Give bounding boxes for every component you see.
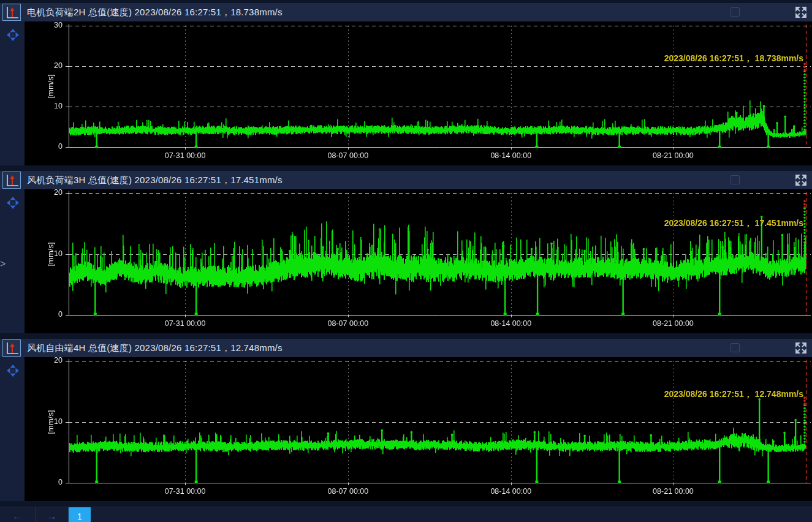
trend-axis-icon (4, 173, 19, 187)
y-axis-label: [mm/s] (46, 75, 55, 99)
y-tick-label: 30 (25, 21, 63, 29)
panel-titlebar: 风机自由端4H 总值(速度) 2023/08/26 16:27:51，12.74… (0, 339, 812, 357)
x-tick-label: 08-07 00:00 (314, 151, 382, 160)
pan-move-icon[interactable] (7, 197, 19, 209)
panel-title: 电机负荷端2H 总值(速度) 2023/08/26 16:27:51，18.73… (27, 7, 283, 18)
panel-checkbox[interactable] (730, 343, 740, 352)
panel-titlebar: 电机负荷端2H 总值(速度) 2023/08/26 16:27:51，18.73… (0, 3, 812, 21)
y-tick-label: 0 (25, 310, 63, 319)
y-tick-label: 20 (25, 357, 63, 365)
x-tick-label: 08-21 00:00 (639, 487, 707, 496)
panel-left-strip (0, 21, 25, 165)
trend-axis-icon-button[interactable] (2, 4, 21, 21)
expand-icon[interactable] (795, 6, 807, 18)
y-tick-label: 0 (25, 478, 63, 486)
x-tick-label: 08-21 00:00 (639, 319, 707, 328)
trend-axis-icon (4, 5, 19, 20)
y-tick-label: 10 (25, 249, 63, 258)
pan-move-icon[interactable] (7, 29, 19, 41)
y-tick-label: 20 (25, 61, 63, 70)
trend-axis-icon-button[interactable] (2, 339, 21, 357)
y-tick-label: 20 (25, 189, 63, 197)
plot-area[interactable]: [mm/s] 2023/08/26 16:27:51， 18.738mm/s 0… (25, 21, 812, 165)
panel-title: 风机负荷端3H 总值(速度) 2023/08/26 16:27:51，17.45… (27, 175, 283, 186)
expand-icon[interactable] (795, 342, 807, 354)
vibration-trend-dashboard: > 电机负荷端2H 总值(速度) 2023/08/26 16:27:51，18.… (0, 0, 812, 522)
trend-panel-3: 风机自由端4H 总值(速度) 2023/08/26 16:27:51，12.74… (0, 339, 812, 501)
x-tick-label: 07-31 00:00 (151, 319, 219, 328)
page-button-1[interactable]: 1 (69, 507, 91, 522)
trend-chart-canvas[interactable] (25, 357, 812, 501)
trend-panel-1: 电机负荷端2H 总值(速度) 2023/08/26 16:27:51，18.73… (0, 3, 812, 165)
cursor-annotation: 2023/08/26 16:27:51， 17.451mm/s (664, 218, 803, 229)
trend-chart-canvas[interactable] (25, 189, 812, 333)
plot-area[interactable]: [mm/s] 2023/08/26 16:27:51， 17.451mm/s 0… (25, 189, 812, 333)
x-tick-label: 07-31 00:00 (151, 487, 219, 496)
x-tick-label: 08-14 00:00 (477, 487, 545, 496)
panel-title: 风机自由端4H 总值(速度) 2023/08/26 16:27:51，12.74… (27, 342, 283, 354)
trend-axis-icon-button[interactable] (2, 172, 21, 189)
plot-area[interactable]: [mm/s] 2023/08/26 16:27:51， 12.748mm/s 0… (25, 357, 812, 501)
x-tick-label: 08-21 00:00 (639, 151, 707, 160)
prev-page-button[interactable]: ← (0, 507, 36, 522)
x-tick-label: 08-07 00:00 (314, 319, 382, 328)
x-tick-label: 07-31 00:00 (151, 151, 219, 160)
x-tick-label: 08-14 00:00 (477, 151, 545, 160)
cursor-annotation: 2023/08/26 16:27:51， 12.748mm/s (664, 389, 803, 400)
trend-axis-icon (4, 341, 19, 355)
panel-titlebar: 风机负荷端3H 总值(速度) 2023/08/26 16:27:51，17.45… (0, 171, 812, 189)
next-page-button[interactable]: → (36, 507, 69, 522)
trend-chart-canvas[interactable] (25, 21, 812, 165)
panel-checkbox[interactable] (730, 175, 740, 184)
pagination-bar: ← → 1 (0, 507, 812, 522)
panel-left-strip (0, 357, 25, 501)
y-tick-label: 0 (25, 142, 63, 151)
x-tick-label: 08-14 00:00 (477, 319, 545, 328)
y-tick-label: 10 (25, 417, 63, 426)
x-tick-label: 08-07 00:00 (314, 487, 382, 496)
chevron-right-icon[interactable]: > (0, 257, 6, 271)
trend-panel-2: 风机负荷端3H 总值(速度) 2023/08/26 16:27:51，17.45… (0, 171, 812, 333)
panel-checkbox[interactable] (730, 7, 740, 17)
expand-icon[interactable] (795, 174, 807, 186)
y-tick-label: 10 (25, 102, 63, 110)
pan-move-icon[interactable] (7, 365, 19, 377)
cursor-annotation: 2023/08/26 16:27:51， 18.738mm/s (664, 53, 803, 64)
